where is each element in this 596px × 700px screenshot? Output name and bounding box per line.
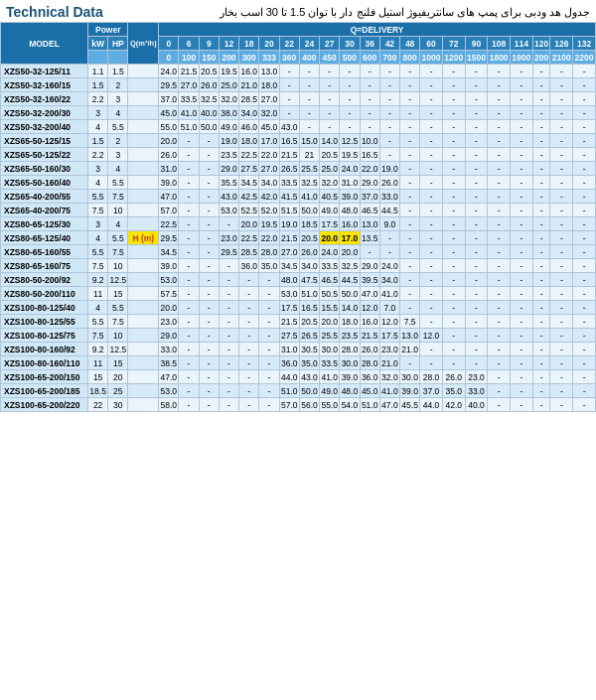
table-cell: XZS100-80-160/110: [1, 356, 88, 370]
table-cell: -: [465, 65, 488, 78]
table-cell: 12.5: [108, 343, 128, 356]
table-cell: -: [219, 384, 238, 398]
table-cell: 53.0: [279, 287, 299, 301]
table-cell: 15.5: [320, 301, 340, 315]
table-cell: -: [279, 65, 299, 78]
table-cell: XZS80-50-200/110: [1, 287, 88, 301]
table-cell: 30.0: [320, 343, 340, 356]
table-cell: 29.0: [219, 162, 238, 176]
col-lmin400: 400: [299, 51, 319, 65]
table-cell: -: [488, 106, 511, 120]
table-cell: -: [400, 245, 420, 259]
table-cell: -: [510, 190, 532, 204]
table-cell: -: [465, 176, 488, 190]
table-cell: [128, 329, 159, 343]
col-0: 0: [159, 37, 179, 51]
table-cell: -: [420, 106, 443, 120]
table-cell: 5.5: [88, 190, 108, 204]
table-cell: -: [400, 301, 420, 315]
table-cell: 43.0: [299, 370, 319, 384]
table-row: XZS100-80-125/555.57.523.0-----21.520.52…: [1, 315, 596, 329]
table-cell: 18.0: [259, 78, 279, 92]
col-lmin500: 500: [340, 51, 360, 65]
table-cell: -: [465, 134, 488, 148]
table-cell: XZS50-32-200/30: [1, 106, 88, 120]
table-cell: 51.0: [179, 120, 199, 134]
table-cell: 30.0: [340, 356, 360, 370]
table-cell: 20.5: [299, 315, 319, 329]
table-cell: -: [442, 329, 465, 343]
table-row: XZS80-65-160/555.57.534.5--29.528.528.02…: [1, 245, 596, 259]
table-cell: -: [550, 245, 573, 259]
table-cell: 53.0: [219, 204, 238, 217]
table-cell: -: [420, 301, 443, 315]
col-90: 90: [465, 37, 488, 51]
table-cell: -: [573, 398, 596, 412]
table-cell: -: [420, 92, 443, 106]
table-cell: -: [442, 78, 465, 92]
table-cell: 34.5: [239, 176, 259, 190]
col-hp: HP: [108, 37, 128, 51]
col-114: 114: [510, 37, 532, 51]
table-cell: -: [259, 273, 279, 287]
col-48: 48: [400, 37, 420, 51]
table-cell: 56.0: [299, 398, 319, 412]
col-120: 120: [532, 37, 550, 51]
col-lmin700: 700: [379, 51, 399, 65]
table-cell: -: [532, 65, 550, 78]
table-cell: -: [199, 384, 219, 398]
table-cell: 13.0: [259, 65, 279, 78]
table-cell: XZS100-80-160/92: [1, 343, 88, 356]
table-cell: 17.0: [259, 134, 279, 148]
table-cell: -: [279, 106, 299, 120]
table-cell: 47.0: [379, 398, 399, 412]
table-cell: -: [510, 273, 532, 287]
table-cell: [128, 148, 159, 162]
table-cell: -: [465, 287, 488, 301]
table-cell: 24.0: [379, 259, 399, 273]
table-cell: -: [420, 134, 443, 148]
table-row: XZS100-65-200/18518.52553.0-----51.050.0…: [1, 384, 596, 398]
col-lmin150: 150: [199, 51, 219, 65]
table-cell: -: [550, 398, 573, 412]
table-cell: 25.0: [320, 162, 340, 176]
table-cell: 35.0: [442, 384, 465, 398]
table-cell: 54.0: [340, 398, 360, 412]
table-cell: -: [550, 287, 573, 301]
table-cell: -: [510, 148, 532, 162]
table-cell: 25.0: [219, 78, 238, 92]
col-6: 6: [179, 37, 199, 51]
table-cell: [128, 204, 159, 217]
table-cell: -: [442, 106, 465, 120]
table-cell: -: [179, 231, 199, 245]
table-cell: -: [299, 78, 319, 92]
table-cell: 26.0: [299, 245, 319, 259]
table-cell: XZS50-32-200/40: [1, 120, 88, 134]
table-cell: -: [465, 301, 488, 315]
table-cell: -: [573, 204, 596, 217]
table-cell: -: [488, 217, 511, 231]
table-cell: -: [179, 301, 199, 315]
table-cell: 15: [88, 370, 108, 384]
table-cell: 55.0: [320, 398, 340, 412]
table-cell: 41.0: [179, 106, 199, 120]
table-cell: 34.0: [239, 106, 259, 120]
table-cell: -: [199, 148, 219, 162]
table-cell: 19.0: [219, 134, 238, 148]
table-cell: -: [239, 343, 259, 356]
table-cell: -: [340, 92, 360, 106]
table-cell: XZS100-80-125/55: [1, 315, 88, 329]
table-cell: 24.0: [159, 65, 179, 78]
table-cell: 12.5: [340, 134, 360, 148]
table-cell: -: [573, 329, 596, 343]
table-cell: 9.2: [88, 343, 108, 356]
table-cell: 7.5: [88, 259, 108, 273]
table-cell: -: [510, 217, 532, 231]
table-cell: 47.0: [360, 287, 379, 301]
table-cell: 52.5: [239, 204, 259, 217]
table-cell: -: [219, 259, 238, 273]
table-cell: -: [179, 217, 199, 231]
table-cell: -: [510, 259, 532, 273]
table-cell: -: [179, 245, 199, 259]
table-cell: -: [199, 231, 219, 245]
